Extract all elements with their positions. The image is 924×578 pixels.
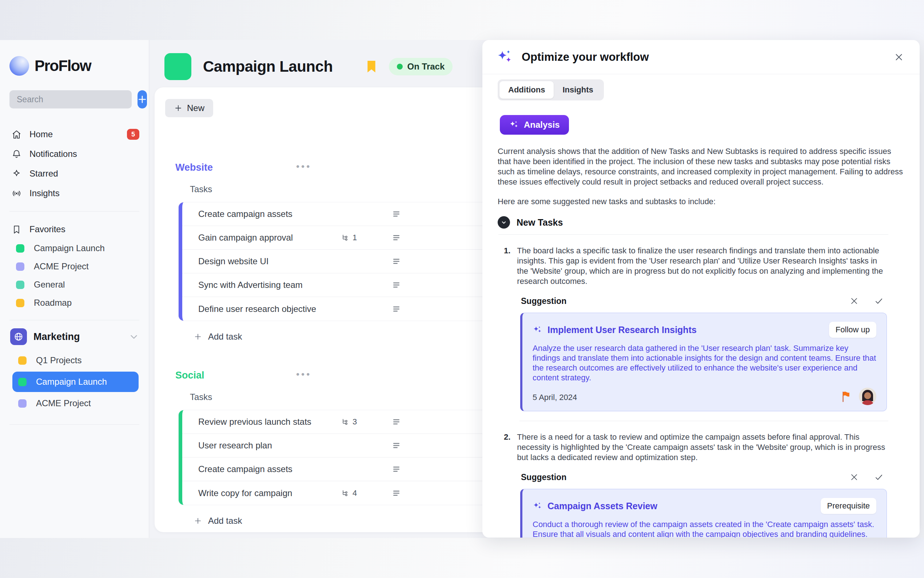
project-color-dot	[16, 281, 24, 289]
project-color-dot	[18, 399, 27, 408]
suggestion-label: Suggestion	[521, 296, 566, 306]
close-button[interactable]	[892, 50, 906, 64]
row-menu-icon[interactable]	[393, 258, 401, 265]
sidebar-item-label: Notifications	[29, 149, 77, 159]
row-menu-icon[interactable]	[393, 211, 401, 217]
reject-suggestion-button[interactable]	[848, 295, 860, 307]
sparkles-icon	[496, 49, 514, 66]
project-color-dot	[18, 356, 27, 365]
plus-icon	[138, 95, 147, 104]
sidebar-item-acme-project[interactable]: ACME Project	[10, 257, 139, 276]
suggestion-card-2[interactable]: Campaign Assets Review Prerequisite Cond…	[520, 489, 887, 537]
sidebar-item-roadmap[interactable]: Roadmap	[10, 294, 139, 312]
new-task-button[interactable]: New	[165, 99, 213, 117]
row-menu-icon[interactable]	[393, 282, 401, 288]
section-title: New Tasks	[516, 217, 563, 228]
accept-suggestion-button[interactable]	[873, 471, 885, 483]
x-icon	[849, 472, 859, 482]
sidebar-item-campaign-launch[interactable]: Campaign Launch	[10, 239, 139, 257]
app-name: ProFlow	[34, 57, 91, 75]
favorite-item-label: Roadmap	[34, 298, 72, 308]
more-options-icon[interactable]: •••	[296, 161, 311, 172]
suggested-task-title: Campaign Assets Review	[547, 501, 657, 511]
analysis-intro-text: Here are some suggested new tasks and su…	[498, 196, 906, 207]
row-menu-icon[interactable]	[393, 442, 401, 449]
divider	[10, 320, 139, 320]
task-name: User research plan	[198, 440, 272, 451]
reject-suggestion-button[interactable]	[848, 471, 860, 483]
sidebar-item-campaign-launch-selected[interactable]: Campaign Launch	[12, 372, 139, 392]
tab-insights[interactable]: Insights	[553, 81, 602, 99]
task-name: Create campaign assets	[198, 464, 293, 474]
plus-icon	[194, 332, 202, 341]
accept-suggestion-button[interactable]	[873, 295, 885, 307]
divider	[498, 234, 888, 235]
row-menu-icon[interactable]	[393, 306, 401, 312]
new-tasks-section-header[interactable]: New Tasks	[498, 216, 906, 229]
status-label: On Track	[408, 62, 445, 72]
subtask-count: 3	[353, 417, 357, 427]
sparkles-icon	[532, 325, 542, 335]
task-name: Sync with Advertising team	[198, 280, 303, 290]
bookmark-filled-icon[interactable]	[366, 60, 377, 73]
sidebar-item-general[interactable]: General	[10, 276, 139, 294]
analysis-summary-text: Current analysis shows that the addition…	[498, 146, 906, 187]
group-title: Social	[175, 370, 204, 381]
workspace-label: Marketing	[34, 331, 80, 343]
sidebar-item-insights[interactable]: Insights	[10, 183, 139, 203]
x-icon	[849, 296, 859, 306]
sidebar-item-label: Home	[29, 129, 53, 140]
sparkles-icon	[532, 501, 542, 511]
subtask-indicator: 1	[341, 233, 357, 242]
subtask-count: 4	[353, 489, 357, 498]
chevron-down-icon[interactable]	[128, 331, 139, 342]
plus-icon	[174, 104, 183, 112]
more-options-icon[interactable]: •••	[296, 369, 311, 380]
project-color-dot	[16, 262, 24, 271]
favorite-item-label: General	[34, 279, 65, 290]
project-color-dot	[16, 299, 24, 307]
favorites-header[interactable]: Favorites	[10, 219, 139, 239]
project-icon	[164, 53, 191, 80]
status-badge[interactable]: On Track	[389, 58, 453, 75]
subtask-icon	[341, 489, 349, 497]
subtask-count: 1	[353, 233, 357, 242]
row-menu-icon[interactable]	[393, 234, 401, 241]
item-text: There is a need for a task to review and…	[517, 432, 888, 463]
sidebar-item-notifications[interactable]: Notifications	[10, 144, 139, 164]
sidebar-item-label: Starred	[29, 169, 58, 179]
subtask-icon	[341, 418, 349, 426]
suggestion-card-1[interactable]: Implement User Research Insights Follow …	[520, 313, 887, 411]
task-name: Create campaign assets	[198, 209, 293, 219]
task-name: Define user research objective	[198, 304, 316, 314]
row-menu-icon[interactable]	[393, 419, 401, 425]
task-name: Gain campaign approval	[198, 232, 293, 243]
avatar[interactable]	[859, 388, 876, 405]
sidebar-item-q1-projects[interactable]: Q1 Projects	[12, 350, 139, 370]
search-input[interactable]	[10, 90, 132, 109]
tab-group: Additions Insights	[498, 80, 604, 101]
analysis-button[interactable]: Analysis	[500, 115, 569, 135]
divider	[10, 211, 139, 211]
workspace-header-marketing[interactable]: Marketing	[10, 328, 139, 345]
bookmark-icon	[11, 224, 21, 234]
tab-additions[interactable]: Additions	[500, 81, 553, 99]
sidebar-item-acme-project-2[interactable]: ACME Project	[12, 393, 139, 414]
app-logo: ProFlow	[10, 56, 139, 76]
divider	[10, 424, 139, 425]
item-text: The board lacks a specific task to final…	[517, 246, 888, 286]
row-menu-icon[interactable]	[393, 466, 401, 472]
subtask-indicator: 3	[341, 417, 357, 427]
workspace-item-label: Campaign Launch	[36, 377, 107, 387]
row-menu-icon[interactable]	[393, 490, 401, 497]
relationship-badge[interactable]: Follow up	[829, 322, 876, 338]
relationship-badge[interactable]: Prerequisite	[821, 498, 876, 514]
suggested-task-description: Analyze the user research data gathered …	[532, 343, 876, 383]
sidebar-item-starred[interactable]: Starred	[10, 164, 139, 183]
sidebar-item-label: Insights	[29, 188, 60, 198]
create-new-button[interactable]	[138, 90, 147, 109]
sidebar-item-home[interactable]: Home 5	[10, 125, 139, 144]
home-icon	[11, 130, 21, 140]
check-icon	[874, 472, 884, 482]
suggestion-label: Suggestion	[521, 472, 566, 482]
